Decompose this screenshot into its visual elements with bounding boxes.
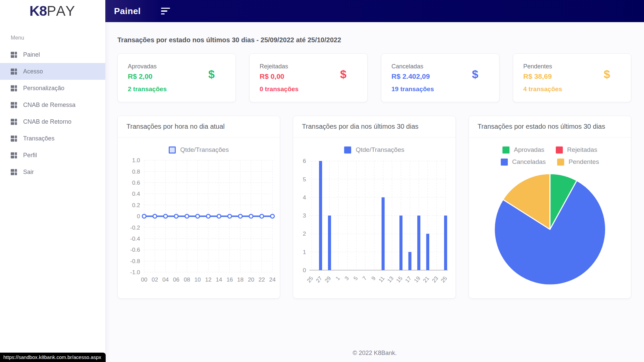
svg-text:10: 10 — [195, 276, 201, 283]
legend-item-rejeitadas[interactable]: Rejeitadas — [556, 146, 597, 154]
legend-item-canceladas[interactable]: Canceladas — [501, 158, 546, 166]
svg-text:-1.0: -1.0 — [130, 269, 140, 276]
legend-label: Rejeitadas — [567, 146, 597, 154]
svg-text:00: 00 — [141, 276, 147, 283]
svg-text:-0.8: -0.8 — [130, 258, 140, 264]
status-url-tooltip: https://sandbox.k8bank.com.br/acesso.asp… — [0, 353, 106, 362]
svg-text:25: 25 — [306, 275, 314, 284]
brand-logo-light: PAY — [47, 3, 76, 19]
line-chart-canvas: 1.00.80.60.40.20-0.2-0.4-0.6-0.8-1.00002… — [121, 154, 276, 295]
legend-label: Pendentes — [569, 158, 599, 166]
svg-text:08: 08 — [184, 276, 190, 283]
sidebar-item-personalizacao[interactable]: Personalização — [0, 80, 105, 97]
grid-icon — [11, 169, 17, 175]
legend-swatch — [501, 159, 508, 166]
chart-body: AprovadasRejeitadasCanceladasPendentes — [469, 137, 631, 294]
chart-card-pie: Transações por estado nos últimos 30 dia… — [469, 116, 631, 299]
legend-item-aprovadas[interactable]: Aprovadas — [502, 146, 544, 154]
svg-text:0.2: 0.2 — [132, 202, 140, 208]
stat-card-count: 19 transações — [391, 85, 489, 93]
grid-icon — [11, 152, 17, 159]
legend-swatch — [169, 146, 176, 154]
svg-text:27: 27 — [315, 275, 323, 284]
svg-text:15: 15 — [395, 275, 404, 284]
section-title: Transações por estado nos últimos 30 dia… — [117, 36, 631, 44]
sidebar-item-cnab-de-retorno[interactable]: CNAB de Retorno — [0, 113, 105, 130]
chart-title: Transações por hora no dia atual — [118, 116, 280, 137]
stat-card-count: 2 transações — [128, 85, 225, 93]
sidebar-item-transacoes[interactable]: Transações — [0, 130, 105, 147]
sidebar-nav: PainelAcessoPersonalizaçãoCNAB de Remess… — [0, 46, 105, 180]
stat-card-count: 0 transações — [260, 85, 357, 93]
svg-text:06: 06 — [173, 276, 179, 283]
svg-text:13: 13 — [386, 275, 394, 284]
sidebar-item-sair[interactable]: Sair — [0, 164, 105, 180]
svg-text:11: 11 — [377, 275, 386, 283]
svg-text:0.6: 0.6 — [132, 179, 140, 186]
svg-text:0: 0 — [137, 213, 140, 220]
svg-text:23: 23 — [431, 275, 439, 284]
chart-legend: Qtde/Transações — [297, 146, 452, 154]
legend-item-pendentes[interactable]: Pendentes — [557, 158, 599, 166]
menu-icon[interactable] — [161, 8, 170, 15]
legend-item-qtde-transacoes[interactable]: Qtde/Transações — [169, 146, 229, 154]
sidebar-item-painel[interactable]: Painel — [0, 46, 105, 63]
brand-logo[interactable]: K8 PAY — [0, 0, 105, 22]
chart-legend: AprovadasRejeitadasCanceladasPendentes — [479, 146, 620, 166]
svg-text:29: 29 — [324, 275, 332, 284]
grid-icon — [11, 135, 17, 142]
svg-text:5: 5 — [303, 176, 306, 183]
svg-text:12: 12 — [205, 276, 211, 283]
svg-text:1.0: 1.0 — [132, 157, 140, 164]
svg-text:2: 2 — [303, 230, 306, 237]
legend-swatch — [502, 146, 509, 154]
svg-text:7: 7 — [361, 275, 368, 281]
footer-copyright: © 2022 K8Bank. — [105, 350, 644, 357]
svg-text:22: 22 — [259, 276, 265, 283]
sidebar-item-perfil[interactable]: Perfil — [0, 147, 105, 164]
stat-card-pendentes: PendentesR$ 38,694 transações$ — [513, 53, 631, 102]
svg-text:3: 3 — [343, 275, 350, 281]
svg-text:04: 04 — [162, 276, 169, 283]
svg-text:17: 17 — [404, 275, 412, 284]
legend-item-qtde-transacoes[interactable]: Qtde/Transações — [344, 146, 404, 154]
svg-text:16: 16 — [226, 276, 233, 283]
sidebar-item-label: Acesso — [23, 68, 43, 75]
menu-section-label: Menu — [11, 35, 105, 41]
chart-card-bar: Transações por dia nos últimos 30 diasQt… — [293, 116, 455, 299]
bar-chart-canvas: 0123456252729135791113151719212325 — [297, 154, 452, 295]
svg-text:-0.4: -0.4 — [130, 235, 140, 242]
dollar-icon: $ — [604, 68, 610, 81]
sidebar-item-label: CNAB de Remessa — [23, 102, 75, 109]
charts-row: Transações por hora no dia atualQtde/Tra… — [117, 116, 631, 299]
svg-text:5: 5 — [352, 275, 359, 281]
svg-text:4: 4 — [303, 194, 306, 201]
sidebar-item-label: Personalização — [23, 85, 64, 92]
brand-logo-bold: K8 — [30, 3, 47, 19]
sidebar-item-label: CNAB de Retorno — [23, 118, 71, 125]
grid-icon — [11, 119, 17, 125]
svg-text:0.8: 0.8 — [132, 168, 140, 175]
legend-label: Aprovadas — [514, 146, 544, 154]
svg-text:25: 25 — [440, 275, 448, 284]
grid-icon — [11, 102, 17, 108]
dollar-icon: $ — [340, 68, 346, 81]
legend-label: Qtde/Transações — [180, 146, 229, 154]
svg-text:-0.6: -0.6 — [130, 246, 140, 253]
pie-chart-canvas — [472, 166, 628, 292]
svg-text:19: 19 — [413, 275, 421, 284]
stat-card-aprovadas: AprovadasR$ 2,002 transações$ — [117, 53, 236, 102]
sidebar-item-cnab-de-remessa[interactable]: CNAB de Remessa — [0, 97, 105, 113]
sidebar-item-acesso[interactable]: Acesso — [0, 63, 105, 80]
svg-text:-0.2: -0.2 — [130, 224, 140, 231]
sidebar: K8 PAY Menu PainelAcessoPersonalizaçãoCN… — [0, 0, 105, 362]
chart-legend: Qtde/Transações — [121, 146, 276, 154]
svg-text:9: 9 — [370, 275, 377, 281]
legend-label: Canceladas — [512, 158, 546, 166]
sidebar-item-label: Perfil — [23, 152, 37, 159]
chart-body: Qtde/Transações0123456252729135791113151… — [293, 137, 455, 296]
svg-text:18: 18 — [237, 276, 244, 283]
chart-body: Qtde/Transações1.00.80.60.40.20-0.2-0.4-… — [118, 137, 280, 296]
stat-cards-row: AprovadasR$ 2,002 transações$RejeitadasR… — [117, 53, 631, 102]
svg-text:14: 14 — [216, 276, 222, 283]
